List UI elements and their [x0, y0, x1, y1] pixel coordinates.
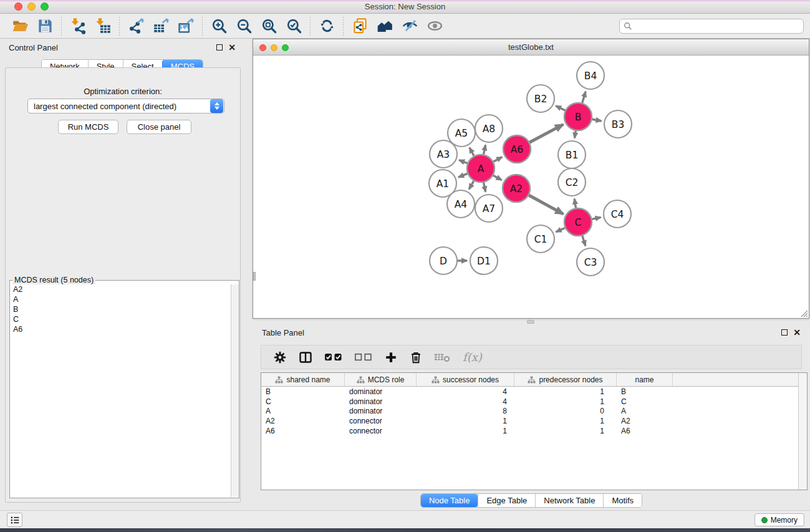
column-header-successor-nodes[interactable]: successor nodes [417, 373, 514, 386]
close-table-panel-icon[interactable]: ✕ [793, 329, 801, 336]
edge-A-A8[interactable] [484, 145, 486, 154]
task-history-button[interactable] [7, 513, 22, 527]
optimization-criterion-select[interactable]: largest connected component (directed) [27, 99, 224, 114]
edge-A-A7[interactable] [484, 183, 486, 192]
mcds-result-item[interactable]: A6 [11, 324, 230, 334]
edge-A-A2[interactable] [493, 175, 501, 180]
edge-C-C4[interactable] [592, 217, 601, 219]
edge-A-A6[interactable] [493, 157, 502, 162]
network-window-titlebar[interactable]: testGlobe.txt [253, 39, 809, 56]
float-panel-icon[interactable] [216, 44, 223, 51]
table-row[interactable]: Adominator80A [261, 407, 807, 417]
deselect-all-checkboxes-icon[interactable] [350, 347, 377, 368]
mcds-result-item[interactable]: A2 [11, 284, 230, 294]
graph-node-C1[interactable]: C1 [527, 225, 554, 253]
graph-node-A8[interactable]: A8 [475, 115, 503, 142]
table-vertical-scrollbar[interactable] [798, 373, 807, 490]
tab-motifs[interactable]: Motifs [603, 494, 642, 507]
graph-node-D[interactable]: D [430, 247, 457, 274]
export-table-icon[interactable] [148, 16, 173, 37]
graph-node-C4[interactable]: C4 [604, 200, 631, 228]
delete-columns-icon[interactable] [405, 347, 427, 368]
close-network-window-button[interactable] [259, 44, 266, 51]
close-window-button[interactable] [14, 2, 22, 11]
close-panel-button[interactable]: Close panel [127, 120, 191, 134]
float-table-panel-icon[interactable] [781, 329, 788, 336]
tab-node-table[interactable]: Node Table [421, 494, 478, 507]
zoom-fit-content-icon[interactable] [256, 16, 281, 37]
graph-node-C[interactable]: C [564, 208, 592, 236]
refresh-layout-icon[interactable] [314, 16, 339, 37]
mcds-result-item[interactable]: C [11, 314, 230, 324]
column-header-predecessor-nodes[interactable]: predecessor nodes [514, 373, 617, 386]
add-column-icon[interactable] [380, 347, 402, 368]
mcds-list-scrollbar[interactable] [231, 284, 239, 497]
minimize-window-button[interactable] [27, 2, 36, 11]
graph-node-A4[interactable]: A4 [447, 190, 475, 218]
edge-A-A3[interactable] [459, 160, 467, 163]
run-mcds-button[interactable]: Run MCDS [58, 120, 118, 134]
graph-node-A2[interactable]: A2 [503, 175, 530, 202]
graph-node-B[interactable]: B [564, 103, 592, 130]
column-header-shared-name[interactable]: shared name [261, 373, 345, 386]
import-network-icon[interactable] [65, 16, 90, 37]
mcds-result-item[interactable]: B [11, 304, 230, 314]
copy-network-style-icon[interactable] [347, 16, 372, 37]
home-icon[interactable] [372, 16, 397, 37]
maximize-window-button[interactable] [41, 2, 49, 11]
zoom-in-icon[interactable] [206, 16, 231, 37]
save-session-icon[interactable] [32, 16, 57, 37]
graph-node-A7[interactable]: A7 [475, 195, 503, 222]
search-input[interactable] [635, 22, 799, 31]
zoom-selected-icon[interactable] [281, 16, 306, 37]
graph-node-C2[interactable]: C2 [558, 168, 586, 196]
hide-unhide-panels-icon[interactable] [397, 16, 422, 37]
network-canvas[interactable]: AA1A2A3A4A5A6A7A8BB1B2B3B4CC1C2C3C4DD1 [253, 56, 809, 318]
import-table-icon[interactable] [90, 16, 115, 37]
network-horizontal-scrollbar[interactable] [527, 320, 534, 324]
open-session-icon[interactable] [7, 16, 32, 37]
mcds-result-item[interactable]: A [11, 294, 230, 304]
graph-node-C3[interactable]: C3 [577, 248, 604, 276]
graph-node-B2[interactable]: B2 [527, 85, 554, 112]
edge-B-B1[interactable] [574, 131, 576, 138]
mcds-result-list[interactable]: A2ABCA6 [11, 284, 230, 497]
minimize-network-window-button[interactable] [271, 44, 277, 51]
graph-node-A[interactable]: A [467, 155, 494, 182]
edge-A6-B[interactable] [529, 125, 563, 143]
graph-node-B4[interactable]: B4 [577, 62, 604, 89]
column-header-mcds-role[interactable]: MCDS role [345, 373, 417, 386]
function-builder-icon[interactable]: f(x) [458, 351, 487, 364]
table-row[interactable]: A6connector11A6 [261, 426, 807, 436]
graph-node-D1[interactable]: D1 [470, 247, 498, 274]
show-eye-icon[interactable] [422, 16, 447, 37]
graph-node-B1[interactable]: B1 [558, 141, 586, 168]
zoom-out-icon[interactable] [231, 16, 256, 37]
show-columns-icon[interactable] [294, 347, 317, 368]
edge-A-A5[interactable] [470, 148, 474, 156]
table-row[interactable]: A2connector11A2 [261, 416, 807, 426]
tab-edge-table[interactable]: Edge Table [478, 494, 535, 507]
search-field[interactable] [619, 19, 804, 34]
edge-A2-C[interactable] [529, 195, 563, 214]
edge-A-A1[interactable] [458, 173, 467, 177]
edge-B-B2[interactable] [556, 106, 565, 110]
column-header-name[interactable]: name [617, 373, 673, 386]
edge-C-C1[interactable] [556, 228, 565, 231]
maximize-network-window-button[interactable] [282, 44, 289, 51]
close-panel-icon[interactable]: ✕ [228, 44, 236, 51]
tab-network-table[interactable]: Network Table [535, 494, 603, 507]
edge-C-C3[interactable] [582, 236, 586, 246]
window-resize-grip[interactable] [799, 309, 808, 317]
export-network-icon[interactable] [123, 16, 148, 37]
graph-node-A5[interactable]: A5 [448, 119, 475, 147]
memory-button[interactable]: Memory [755, 513, 804, 526]
edge-C-C2[interactable] [574, 199, 576, 208]
delete-table-icon[interactable] [430, 347, 455, 368]
network-vertical-scrollbar[interactable] [253, 272, 256, 281]
graph-node-B3[interactable]: B3 [604, 110, 632, 138]
network-graph[interactable]: AA1A2A3A4A5A6A7A8BB1B2B3B4CC1C2C3C4DD1 [253, 56, 809, 318]
edge-A-A4[interactable] [469, 181, 474, 189]
table-settings-icon[interactable] [269, 347, 291, 368]
edge-B-B4[interactable] [582, 92, 586, 103]
